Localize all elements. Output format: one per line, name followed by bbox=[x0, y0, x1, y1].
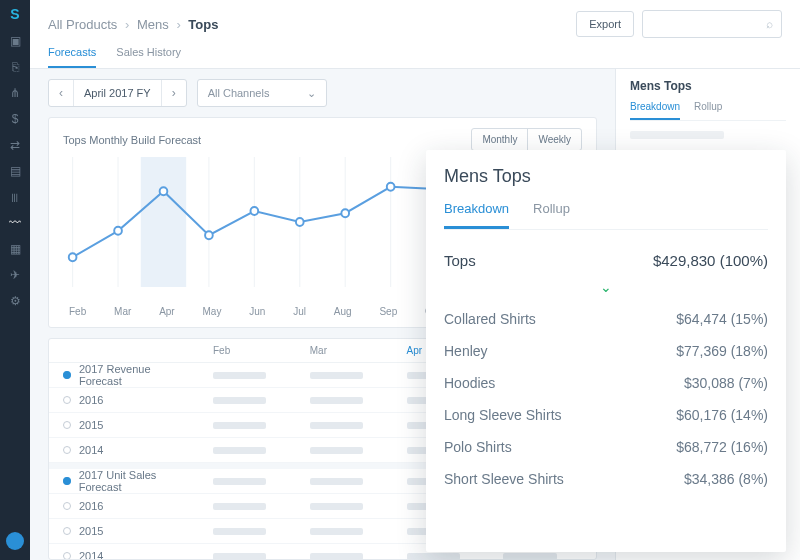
dashboard-icon[interactable]: ▣ bbox=[8, 34, 22, 48]
x-axis-label: Jul bbox=[293, 306, 306, 317]
row-label: 2016 bbox=[79, 500, 103, 512]
toggle-weekly[interactable]: Weekly bbox=[527, 129, 581, 150]
popup-breakdown-row[interactable]: Collared Shirts$64,474 (15%) bbox=[444, 303, 768, 335]
popup-row-value: $30,088 (7%) bbox=[684, 375, 768, 391]
search-input[interactable]: ⌕ bbox=[642, 10, 782, 38]
x-axis-label: Jun bbox=[249, 306, 265, 317]
x-axis-label: Feb bbox=[69, 306, 86, 317]
placeholder-bar bbox=[503, 553, 556, 560]
grid-icon[interactable]: ▦ bbox=[8, 242, 22, 256]
chevron-right-icon: › bbox=[125, 17, 129, 32]
period-next-icon[interactable]: › bbox=[162, 86, 186, 100]
placeholder-bar bbox=[310, 372, 363, 379]
svg-point-17 bbox=[251, 207, 259, 215]
send-icon[interactable]: ✈ bbox=[8, 268, 22, 282]
popup-total-row: Tops $429,830 (100%) bbox=[444, 244, 768, 277]
clipboard-icon[interactable]: ⎘ bbox=[8, 60, 22, 74]
svg-point-13 bbox=[69, 253, 77, 261]
toggle-monthly[interactable]: Monthly bbox=[472, 129, 527, 150]
row-label: 2014 bbox=[79, 444, 103, 456]
popup-total-value: $429,830 (100%) bbox=[653, 252, 768, 269]
popup-breakdown-row[interactable]: Short Sleeve Shirts$34,386 (8%) bbox=[444, 463, 768, 495]
breadcrumb-l1[interactable]: Mens bbox=[137, 17, 169, 32]
chevron-down-icon: ⌄ bbox=[307, 87, 316, 100]
radio-icon[interactable] bbox=[63, 552, 71, 560]
placeholder-bar bbox=[213, 397, 266, 404]
right-tab-rollup[interactable]: Rollup bbox=[694, 101, 722, 120]
calendar-icon[interactable]: ▤ bbox=[8, 164, 22, 178]
trend-icon[interactable]: 〰 bbox=[8, 216, 22, 230]
bars-icon[interactable]: ⫼ bbox=[8, 190, 22, 204]
row-label: 2016 bbox=[79, 394, 103, 406]
placeholder-bar bbox=[213, 528, 266, 535]
radio-icon[interactable] bbox=[63, 527, 71, 535]
search-icon: ⌕ bbox=[766, 17, 773, 31]
placeholder-bar bbox=[310, 397, 363, 404]
money-icon[interactable]: $ bbox=[8, 112, 22, 126]
popup-tab-breakdown[interactable]: Breakdown bbox=[444, 201, 509, 229]
channel-label: All Channels bbox=[208, 87, 270, 99]
right-panel-title: Mens Tops bbox=[630, 79, 786, 93]
gear-icon[interactable]: ⚙ bbox=[8, 294, 22, 308]
right-tab-breakdown[interactable]: Breakdown bbox=[630, 101, 680, 120]
breadcrumb-current: Tops bbox=[188, 17, 218, 32]
export-button[interactable]: Export bbox=[576, 11, 634, 37]
chevron-right-icon: › bbox=[176, 17, 180, 32]
radio-icon[interactable] bbox=[63, 371, 71, 379]
popup-row-value: $68,772 (16%) bbox=[676, 439, 768, 455]
svg-point-14 bbox=[114, 227, 122, 235]
placeholder-bar bbox=[213, 447, 266, 454]
tab-forecasts[interactable]: Forecasts bbox=[48, 46, 96, 68]
table-month-header[interactable]: Feb bbox=[209, 339, 306, 362]
radio-icon[interactable] bbox=[63, 502, 71, 510]
share-icon[interactable]: ⋔ bbox=[8, 86, 22, 100]
table-month-header[interactable]: Mar bbox=[306, 339, 403, 362]
x-axis-label: May bbox=[203, 306, 222, 317]
period-selector[interactable]: ‹ April 2017 FY › bbox=[48, 79, 187, 107]
popup-row-value: $77,369 (18%) bbox=[676, 343, 768, 359]
placeholder-bar bbox=[213, 422, 266, 429]
popup-row-name: Long Sleeve Shirts bbox=[444, 407, 562, 423]
x-axis-label: Apr bbox=[159, 306, 175, 317]
x-axis-label: Aug bbox=[334, 306, 352, 317]
popup-expand-icon[interactable]: ⌄ bbox=[444, 279, 768, 295]
placeholder-bar bbox=[310, 422, 363, 429]
radio-icon[interactable] bbox=[63, 396, 71, 404]
radio-icon[interactable] bbox=[63, 477, 71, 485]
popup-breakdown-row[interactable]: Henley$77,369 (18%) bbox=[444, 335, 768, 367]
popup-tab-rollup[interactable]: Rollup bbox=[533, 201, 570, 229]
user-avatar[interactable] bbox=[6, 532, 24, 550]
row-label: 2015 bbox=[79, 419, 103, 431]
chart-title: Tops Monthly Build Forecast bbox=[63, 134, 201, 146]
radio-icon[interactable] bbox=[63, 446, 71, 454]
popup-row-name: Henley bbox=[444, 343, 488, 359]
placeholder-bar bbox=[213, 553, 266, 560]
nav-rail: S ▣ ⎘ ⋔ $ ⇄ ▤ ⫼ 〰 ▦ ✈ ⚙ bbox=[0, 0, 30, 560]
x-axis-label: Sep bbox=[379, 306, 397, 317]
row-label: 2017 Unit Sales Forecast bbox=[79, 469, 195, 493]
svg-point-19 bbox=[341, 209, 349, 217]
placeholder-bar bbox=[310, 478, 363, 485]
placeholder-bar bbox=[310, 447, 363, 454]
radio-icon[interactable] bbox=[63, 421, 71, 429]
svg-point-20 bbox=[387, 183, 395, 191]
popup-row-value: $60,176 (14%) bbox=[676, 407, 768, 423]
period-prev-icon[interactable]: ‹ bbox=[49, 86, 73, 100]
svg-point-15 bbox=[160, 187, 168, 195]
breadcrumb-l0[interactable]: All Products bbox=[48, 17, 117, 32]
granularity-toggle: Monthly Weekly bbox=[471, 128, 582, 151]
popup-breakdown-row[interactable]: Long Sleeve Shirts$60,176 (14%) bbox=[444, 399, 768, 431]
popup-row-name: Short Sleeve Shirts bbox=[444, 471, 564, 487]
popup-breakdown-row[interactable]: Polo Shirts$68,772 (16%) bbox=[444, 431, 768, 463]
app-logo-icon: S bbox=[10, 6, 19, 22]
transfer-icon[interactable]: ⇄ bbox=[8, 138, 22, 152]
period-label: April 2017 FY bbox=[73, 80, 162, 106]
placeholder-bar bbox=[310, 528, 363, 535]
popup-row-value: $34,386 (8%) bbox=[684, 471, 768, 487]
page-header: All Products › Mens › Tops Export ⌕ Fore… bbox=[30, 0, 800, 69]
svg-point-16 bbox=[205, 231, 213, 239]
popup-total-name: Tops bbox=[444, 252, 476, 269]
channel-selector[interactable]: All Channels ⌄ bbox=[197, 79, 327, 107]
tab-sales-history[interactable]: Sales History bbox=[116, 46, 181, 68]
popup-breakdown-row[interactable]: Hoodies$30,088 (7%) bbox=[444, 367, 768, 399]
